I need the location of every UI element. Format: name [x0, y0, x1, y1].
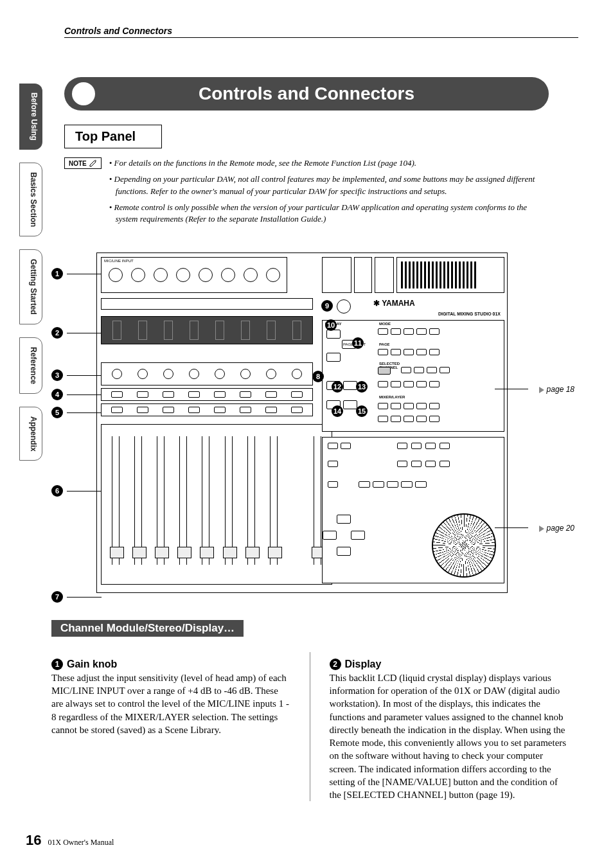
item1-head: 1 Gain knob	[51, 657, 290, 671]
transport-cluster	[322, 437, 504, 583]
doc-name: 01X Owner's Manual	[48, 838, 114, 847]
item1-body: These adjust the input sensitivity (leve…	[51, 671, 290, 736]
pencil-icon	[89, 159, 97, 167]
ch-knob	[292, 369, 302, 379]
page-title: Controls and Connectors	[64, 77, 549, 111]
item2-title: Display	[345, 657, 382, 671]
top-panel-diagram: MIC/LINE INPUT	[51, 241, 574, 607]
ch-knob	[189, 369, 199, 379]
note-item: Remote control is only possible when the…	[109, 202, 549, 226]
channel-knob-row	[101, 362, 313, 385]
fader	[270, 436, 278, 565]
footer: 16 01X Owner's Manual	[26, 832, 114, 849]
ch-knob	[240, 369, 251, 379]
mic-line-inputs: MIC/LINE INPUT	[101, 257, 287, 293]
fader	[157, 436, 164, 565]
tab-appendix[interactable]: Appendix	[19, 407, 42, 461]
gain-knob	[221, 268, 235, 282]
callout-num-2: 2	[330, 659, 341, 670]
ch-knob	[112, 369, 122, 379]
gain-knob	[244, 268, 258, 282]
brand-area: ✱ YAMAHA DIGITAL MIXING STUDIO 01X	[373, 297, 502, 316]
gain-knob	[109, 268, 123, 282]
col-left: 1 Gain knob These adjust the input sensi…	[51, 652, 290, 801]
vent	[396, 257, 504, 293]
tab-getting-started[interactable]: Getting Started	[19, 249, 42, 324]
mode-page-cluster: DISPLAY PAGE SHIFT MODE PAGE SELECTED CH…	[322, 320, 504, 432]
stereo-aux-out	[322, 257, 351, 293]
note-icon: NOTE	[64, 157, 102, 169]
jog-wheel	[432, 513, 496, 578]
gain-knob	[154, 268, 168, 282]
page-number: 16	[26, 832, 41, 849]
note-item: For details on the functions in the Remo…	[109, 157, 549, 170]
subhead-top-panel: Top Panel	[64, 125, 162, 148]
stereo-fader	[314, 436, 321, 565]
ch-knob	[266, 369, 276, 379]
page-title-text: Controls and Connectors	[199, 84, 414, 104]
fader	[134, 436, 142, 565]
gain-knob	[176, 268, 190, 282]
item2-body: This backlit LCD (liquid crystal display…	[330, 671, 569, 802]
ch-knob	[163, 369, 173, 379]
sel-button-row	[101, 388, 313, 401]
tab-before-using[interactable]: Before Using	[19, 84, 42, 150]
item1-title: Gain knob	[67, 657, 117, 671]
ch-knob	[215, 369, 225, 379]
fader	[225, 436, 233, 565]
mic-line-label: MIC/LINE INPUT	[104, 259, 134, 263]
side-tabs: Before Using Basics Section Getting Star…	[19, 84, 42, 461]
callout-num-1: 1	[51, 659, 63, 670]
phones-jack	[375, 257, 394, 293]
on-button-row	[101, 403, 313, 416]
col-right: 2 Display This backlit LCD (liquid cryst…	[330, 652, 569, 801]
section-title: Channel Module/Stereo/Display…	[51, 620, 244, 637]
head-rule	[64, 37, 578, 38]
item2-head: 2 Display	[330, 657, 569, 671]
lcd-display	[101, 316, 313, 344]
fader	[179, 436, 187, 565]
monitor-out	[354, 257, 372, 293]
fader-bank	[101, 424, 332, 585]
gain-label-row	[101, 298, 313, 310]
tab-basics[interactable]: Basics Section	[19, 163, 42, 236]
gain-knob	[266, 268, 280, 282]
sel-btn	[111, 391, 123, 398]
gain-knob	[131, 268, 145, 282]
model-text: DIGITAL MIXING STUDIO 01X	[438, 312, 501, 316]
fader	[247, 436, 255, 565]
note-list: For details on the functions in the Remo…	[109, 157, 549, 229]
gain-knob	[199, 268, 213, 282]
note-label: NOTE	[69, 160, 87, 167]
tab-reference[interactable]: Reference	[19, 337, 42, 394]
column-rule	[310, 652, 310, 801]
note-item: Depending on your particular DAW, not al…	[109, 173, 549, 198]
panel-outline: MIC/LINE INPUT	[96, 252, 508, 593]
brand-text: YAMAHA	[382, 299, 415, 308]
running-head: Controls and Connectors	[64, 26, 172, 36]
fader	[112, 436, 120, 565]
fader	[202, 436, 209, 565]
ch-knob	[138, 369, 148, 379]
page-ref-lower: page 20	[539, 524, 574, 533]
page-ref-upper: page 18	[539, 385, 574, 394]
